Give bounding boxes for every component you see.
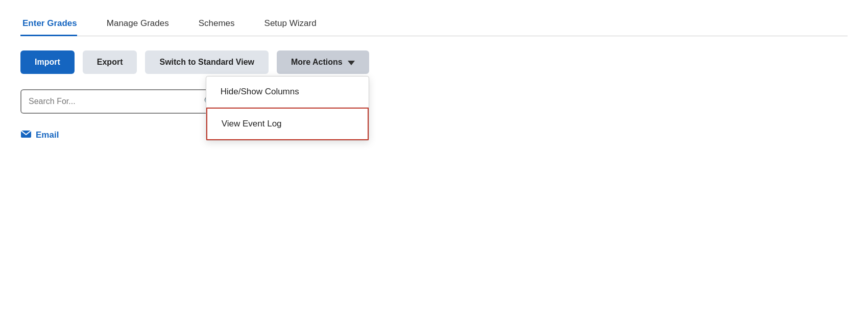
more-actions-wrapper: More Actions Hide/Show ColumnsView Event… <box>277 50 369 74</box>
tab-setup-wizard[interactable]: Setup Wizard <box>262 12 329 36</box>
tabs-bar: Enter GradesManage GradesSchemesSetup Wi… <box>20 0 848 36</box>
dropdown-item-view-event-log[interactable]: View Event Log <box>206 108 369 140</box>
import-button[interactable]: Import <box>20 50 75 74</box>
toolbar: Import Export Switch to Standard View Mo… <box>20 36 848 84</box>
tab-manage-grades[interactable]: Manage Grades <box>105 12 181 36</box>
search-row: 🔍 Show Search Options <box>20 84 848 124</box>
export-button[interactable]: Export <box>83 50 137 74</box>
tab-enter-grades[interactable]: Enter Grades <box>20 12 89 36</box>
email-row: Email <box>20 124 848 141</box>
search-input[interactable] <box>29 97 204 106</box>
search-box: 🔍 <box>20 89 225 114</box>
switch-view-button[interactable]: Switch to Standard View <box>145 50 269 74</box>
chevron-down-icon <box>348 61 355 65</box>
more-actions-dropdown: Hide/Show ColumnsView Event Log <box>206 76 369 141</box>
email-icon <box>20 129 32 141</box>
tab-schemes[interactable]: Schemes <box>197 12 247 36</box>
email-label[interactable]: Email <box>36 130 59 140</box>
more-actions-button[interactable]: More Actions <box>277 50 369 74</box>
more-actions-label: More Actions <box>291 58 343 67</box>
dropdown-item-hide-show-columns[interactable]: Hide/Show Columns <box>206 76 369 108</box>
